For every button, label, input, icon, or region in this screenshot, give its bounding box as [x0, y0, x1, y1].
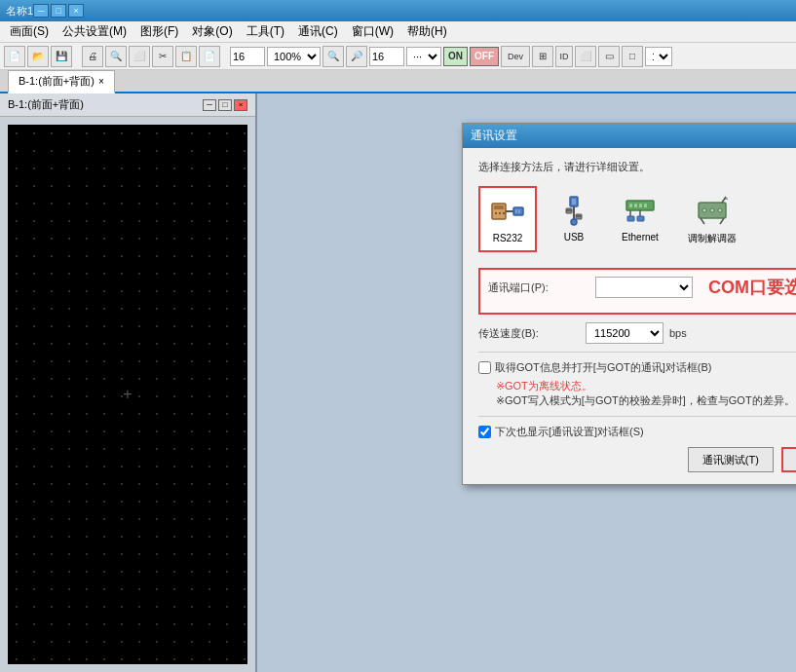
menu-bar: 画面(S) 公共设置(M) 图形(F) 对象(O) 工具(T) 通讯(C) 窗口…: [0, 21, 796, 43]
zoom-in-btn[interactable]: 🔍: [322, 46, 344, 67]
dev-btn[interactable]: Dev: [501, 46, 530, 67]
menu-tool[interactable]: 工具(T): [241, 21, 290, 42]
menu-figure[interactable]: 图形(F): [134, 21, 184, 42]
port-row: 通讯端口(P): COM口要选对: [488, 276, 796, 299]
on-button[interactable]: ON: [443, 47, 468, 66]
menu-share[interactable]: 公共设置(M): [57, 21, 133, 42]
rect2-btn[interactable]: ▭: [598, 46, 620, 67]
toolbar-btn-5[interactable]: 🔍: [105, 46, 127, 67]
win-maximize-btn[interactable]: □: [218, 99, 232, 111]
win-close-btn[interactable]: ×: [234, 99, 247, 111]
tab-b1-close-icon[interactable]: ×: [98, 76, 104, 87]
port-group: 通讯端口(P): COM口要选对: [478, 268, 796, 315]
checkbox-got-row: 取得GOT信息并打开[与GOT的通讯]对话框(B): [478, 360, 796, 375]
rs232-label: RS232: [493, 233, 523, 243]
menu-comm[interactable]: 通讯(C): [292, 21, 344, 42]
svg-line-30: [701, 218, 704, 224]
toolbar-btn-6[interactable]: ⬜: [129, 46, 150, 67]
dialog-instruction: 选择连接方法后，请进行详细设置。: [478, 160, 796, 174]
conn-rs232[interactable]: RS232: [478, 186, 537, 252]
grid-btn[interactable]: ⊞: [532, 46, 553, 67]
right-panel: 通讯设置 × 选择连接方法后，请进行详细设置。: [257, 93, 796, 672]
modem-label: 调制解调器: [688, 232, 737, 245]
main-area: B-1:(前面+背面) ─ □ × + 通讯设置 × 选择连接方法后，请进行详细…: [0, 93, 796, 672]
toolbar: 📄 📂 💾 🖨 🔍 ⬜ ✂ 📋 📄 100% 🔍 🔎 ··· ON OFF De…: [0, 43, 796, 70]
baud-select[interactable]: 115200: [586, 322, 663, 344]
rect3-btn[interactable]: □: [622, 46, 643, 67]
comm-dialog: 通讯设置 × 选择连接方法后，请进行详细设置。: [462, 123, 796, 485]
toolbar-btn-2[interactable]: 📂: [27, 46, 49, 67]
zoom-out-btn[interactable]: 🔎: [346, 46, 367, 67]
id-btn[interactable]: ID: [555, 46, 573, 67]
conn-modem[interactable]: 调制解调器: [677, 186, 747, 252]
svg-point-2: [495, 212, 497, 214]
grid-input[interactable]: [369, 47, 404, 66]
win-buttons: ─ □ ×: [203, 99, 247, 111]
port-select[interactable]: [595, 277, 693, 298]
divider-2: [478, 416, 796, 417]
note-red: ※GOT为离线状态。: [496, 379, 796, 393]
svg-point-4: [503, 212, 505, 214]
baud-label: 传送速度(B):: [478, 326, 586, 341]
menu-view[interactable]: 画面(S): [4, 21, 55, 42]
svg-rect-24: [627, 216, 634, 221]
svg-rect-21: [644, 204, 647, 207]
modem-icon: [695, 193, 730, 228]
svg-point-16: [571, 219, 577, 225]
toolbar-btn-9[interactable]: 📄: [199, 46, 220, 67]
svg-rect-7: [515, 209, 517, 213]
usb-label: USB: [564, 232, 585, 243]
baud-row: 传送速度(B): 115200 bps: [478, 322, 796, 344]
tab-b1[interactable]: B-1:(前面+背面) ×: [8, 70, 115, 93]
title-bar: 名称1 ─ □ ×: [0, 0, 796, 21]
left-panel-header: B-1:(前面+背面) ─ □ ×: [0, 93, 255, 117]
dialog-titlebar: 通讯设置 ×: [463, 124, 796, 148]
rs232-icon: [490, 194, 525, 229]
svg-line-32: [722, 197, 726, 203]
com-hint: COM口要选对: [708, 276, 796, 299]
maximize-button[interactable]: □: [51, 4, 66, 18]
title-bar-buttons: ─ □ ×: [33, 4, 84, 18]
svg-point-27: [702, 208, 706, 212]
svg-point-3: [499, 212, 501, 214]
svg-rect-19: [634, 204, 637, 207]
svg-rect-20: [639, 204, 642, 207]
toolbar-btn-7[interactable]: ✂: [152, 46, 173, 67]
tab-b1-label: B-1:(前面+背面): [19, 74, 95, 89]
win-minimize-btn[interactable]: ─: [203, 99, 216, 111]
conn-usb[interactable]: USB: [545, 186, 603, 252]
dialog-content: 选择连接方法后，请进行详细设置。: [463, 148, 796, 484]
toolbar-btn-4[interactable]: 🖨: [82, 46, 103, 67]
rect-btn[interactable]: ⬜: [575, 46, 596, 67]
svg-rect-25: [637, 216, 644, 221]
svg-point-29: [718, 208, 722, 212]
zoom-percent[interactable]: 100%: [267, 47, 321, 66]
usb-icon: [556, 193, 591, 228]
checkbox-show[interactable]: [478, 426, 491, 438]
minimize-button[interactable]: ─: [33, 4, 49, 18]
toolbar-btn-1[interactable]: 📄: [4, 46, 25, 67]
toolbar-btn-8[interactable]: 📋: [175, 46, 197, 67]
toolbar-btn-3[interactable]: 💾: [51, 46, 72, 67]
checkbox-show-label: 下次也显示[通讯设置]对话框(S): [495, 425, 644, 439]
left-panel-title: B-1:(前面+背面): [8, 97, 84, 112]
svg-rect-1: [494, 205, 504, 209]
menu-help[interactable]: 帮助(H): [401, 21, 453, 42]
note-1: ※GOT写入模式为[与GOT的校验差异时]，检查与GOT的差异。: [496, 393, 796, 408]
close-button[interactable]: ×: [68, 4, 84, 18]
tab-bar: B-1:(前面+背面) ×: [0, 70, 796, 93]
menu-window[interactable]: 窗口(W): [346, 21, 399, 42]
dialog-title: 通讯设置: [471, 128, 517, 144]
test-button[interactable]: 通讯测试(T): [688, 447, 774, 472]
svg-rect-18: [629, 204, 632, 207]
grid-select[interactable]: ···: [406, 47, 441, 66]
off-button[interactable]: OFF: [470, 47, 499, 66]
conn-ethernet[interactable]: Ethernet: [611, 186, 669, 252]
ok-button[interactable]: 确定(O): [781, 447, 796, 472]
zoom-input[interactable]: [230, 47, 265, 66]
svg-point-28: [710, 208, 714, 212]
num-select[interactable]: 1: [645, 47, 672, 66]
checkbox-got[interactable]: [478, 361, 491, 374]
divider-1: [478, 352, 796, 353]
menu-object[interactable]: 对象(O): [186, 21, 238, 42]
